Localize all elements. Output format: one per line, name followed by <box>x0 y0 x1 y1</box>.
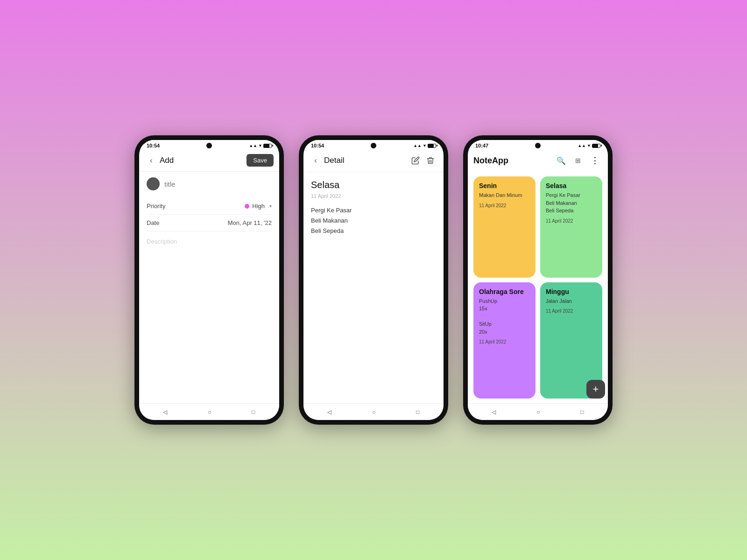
status-bar-1: 10:54 ▲▲ ▾ <box>139 140 279 149</box>
more-button[interactable]: ⋮ <box>587 153 602 168</box>
status-bar-3: 10:47 ▲▲ ▾ <box>468 140 608 149</box>
wifi-icon-2: ▾ <box>423 143 426 148</box>
signal-icon-1: ▲▲ <box>249 143 257 148</box>
notes-grid: Senin Makan Dan Minum 11 April 2022 Sela… <box>468 172 608 403</box>
back-nav-2[interactable]: ◁ <box>327 409 331 415</box>
add-note-fab[interactable]: + <box>586 380 605 399</box>
note-date-minggu: 11 April 2022 <box>546 308 597 314</box>
app-bar-detail: ‹ Detail <box>303 149 444 172</box>
back-button-detail[interactable]: ‹ <box>309 154 322 167</box>
edit-button[interactable] <box>408 153 423 168</box>
back-nav-1[interactable]: ◁ <box>163 409 167 415</box>
layout-button[interactable]: ⊞ <box>571 153 585 168</box>
home-nav-2[interactable]: ○ <box>372 409 375 415</box>
recent-nav-1[interactable]: □ <box>252 409 255 415</box>
description-area[interactable]: Description <box>147 238 272 245</box>
noteapp-title: NoteApp <box>473 156 554 166</box>
date-label: Date <box>147 219 179 226</box>
date-value: Mon, Apr 11, '22 <box>228 219 272 226</box>
note-body-senin: Makan Dan Minum <box>479 191 530 199</box>
priority-dot <box>245 204 249 209</box>
status-icons-2: ▲▲ ▾ <box>413 143 436 148</box>
description-placeholder: Description <box>147 238 177 245</box>
status-time-1: 10:54 <box>147 143 160 148</box>
note-title-selasa: Selasa <box>546 182 597 189</box>
note-body-minggu: Jalan Jalan <box>546 297 597 305</box>
note-title-olahraga: Olahraga Sore <box>479 288 530 295</box>
phone-noteapp: 10:47 ▲▲ ▾ NoteApp 🔍 ⊞ ⋮ Senin <box>463 135 613 425</box>
recent-nav-3[interactable]: □ <box>580 409 584 415</box>
phone-detail: 10:54 ▲▲ ▾ ‹ Detail <box>299 135 448 425</box>
add-form: Priority High ▾ Date Mon, Apr 11, '22 De… <box>139 172 279 403</box>
recent-nav-2[interactable]: □ <box>416 409 419 415</box>
notch-3 <box>535 143 541 148</box>
add-screen-title: Add <box>160 156 247 165</box>
priority-row: Priority High ▾ <box>147 198 272 215</box>
status-time-3: 10:47 <box>475 143 488 148</box>
bottom-nav-3: ◁ ○ □ <box>468 403 608 420</box>
note-date-selasa: 11 April 2022 <box>546 218 597 224</box>
note-body-selasa: Pergi Ke PasarBeli MakananBeli Sepeda <box>546 191 597 215</box>
status-icons-1: ▲▲ ▾ <box>249 143 272 148</box>
home-nav-1[interactable]: ○ <box>208 409 211 415</box>
note-date-senin: 11 April 2022 <box>479 203 530 208</box>
color-picker[interactable] <box>147 177 160 190</box>
note-body-olahraga: PushUp15xSitUp20x <box>479 297 530 336</box>
note-date-olahraga: 11 April 2022 <box>479 339 530 344</box>
search-button[interactable]: 🔍 <box>554 153 569 168</box>
phone-add: 10:54 ▲▲ ▾ ‹ Add Save Priority <box>134 135 284 425</box>
home-nav-3[interactable]: ○ <box>536 409 540 415</box>
note-card-selasa[interactable]: Selasa Pergi Ke PasarBeli MakananBeli Se… <box>540 176 602 278</box>
noteapp-action-icons: 🔍 ⊞ ⋮ <box>554 153 602 168</box>
note-title-senin: Senin <box>479 182 530 189</box>
detail-note-date: 11 April 2022 <box>311 193 436 199</box>
battery-icon-2 <box>428 144 436 148</box>
status-time-2: 10:54 <box>311 143 324 148</box>
priority-label: Priority <box>147 203 179 210</box>
detail-content: Selasa 11 April 2022 Pergi Ke Pasar Beli… <box>303 172 444 403</box>
battery-icon-3 <box>592 144 600 148</box>
priority-value: High <box>252 203 265 210</box>
detail-body-line3: Beli Sepeda <box>311 227 344 234</box>
priority-select[interactable]: High ▾ <box>245 203 272 210</box>
detail-body-line1: Pergi Ke Pasar <box>311 207 352 214</box>
signal-icon-2: ▲▲ <box>413 143 422 148</box>
wifi-icon-3: ▾ <box>588 143 590 148</box>
back-button-add[interactable]: ‹ <box>145 154 158 167</box>
app-bar-add: ‹ Add Save <box>139 149 279 172</box>
title-input[interactable] <box>164 180 272 188</box>
delete-button[interactable] <box>423 153 438 168</box>
note-title-minggu: Minggu <box>546 288 597 295</box>
noteapp-bar: NoteApp 🔍 ⊞ ⋮ <box>468 149 608 172</box>
status-icons-3: ▲▲ ▾ <box>578 143 600 148</box>
detail-screen-title: Detail <box>324 156 408 165</box>
notch-1 <box>206 143 212 148</box>
save-button[interactable]: Save <box>247 154 274 167</box>
wifi-icon-1: ▾ <box>259 143 261 148</box>
title-row <box>147 177 272 190</box>
battery-icon-1 <box>263 144 272 148</box>
notch-2 <box>371 143 376 148</box>
date-row: Date Mon, Apr 11, '22 <box>147 215 272 231</box>
bottom-nav-2: ◁ ○ □ <box>303 403 444 420</box>
note-card-senin[interactable]: Senin Makan Dan Minum 11 April 2022 <box>473 176 536 278</box>
detail-note-title: Selasa <box>311 180 436 190</box>
dropdown-arrow-icon: ▾ <box>269 203 272 209</box>
back-nav-3[interactable]: ◁ <box>492 409 496 415</box>
detail-note-body: Pergi Ke Pasar Beli Makanan Beli Sepeda <box>311 205 436 236</box>
detail-body-line2: Beli Makanan <box>311 217 348 224</box>
status-bar-2: 10:54 ▲▲ ▾ <box>303 140 444 149</box>
signal-icon-3: ▲▲ <box>578 143 586 148</box>
note-card-olahraga[interactable]: Olahraga Sore PushUp15xSitUp20x 11 April… <box>473 282 536 399</box>
bottom-nav-1: ◁ ○ □ <box>139 403 279 420</box>
